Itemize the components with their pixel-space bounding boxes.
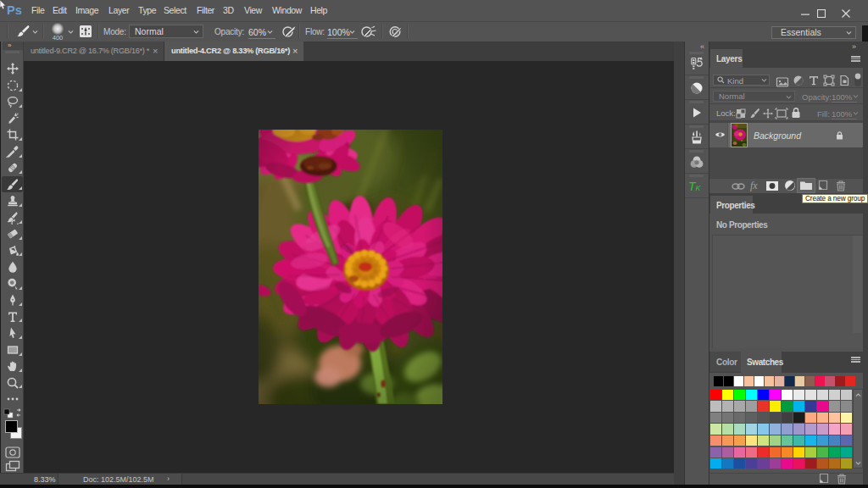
svg-text:fx: fx bbox=[750, 180, 758, 191]
